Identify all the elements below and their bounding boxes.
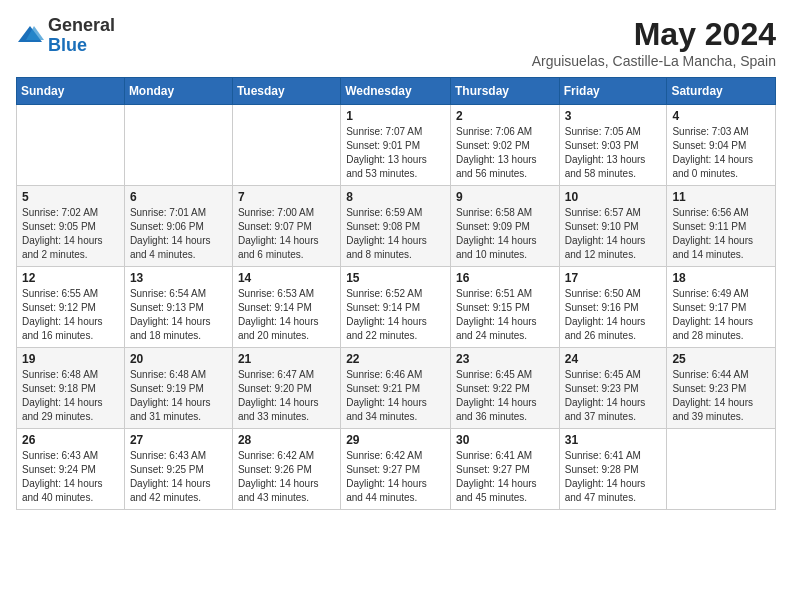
day-info: Sunrise: 6:43 AM Sunset: 9:25 PM Dayligh… <box>130 449 227 505</box>
day-info: Sunrise: 7:05 AM Sunset: 9:03 PM Dayligh… <box>565 125 662 181</box>
day-number: 11 <box>672 190 770 204</box>
day-info: Sunrise: 6:48 AM Sunset: 9:19 PM Dayligh… <box>130 368 227 424</box>
calendar-body: 1Sunrise: 7:07 AM Sunset: 9:01 PM Daylig… <box>17 105 776 510</box>
day-number: 25 <box>672 352 770 366</box>
calendar-day-cell: 12Sunrise: 6:55 AM Sunset: 9:12 PM Dayli… <box>17 267 125 348</box>
day-info: Sunrise: 6:59 AM Sunset: 9:08 PM Dayligh… <box>346 206 445 262</box>
day-info: Sunrise: 6:48 AM Sunset: 9:18 PM Dayligh… <box>22 368 119 424</box>
day-number: 10 <box>565 190 662 204</box>
day-info: Sunrise: 6:45 AM Sunset: 9:22 PM Dayligh… <box>456 368 554 424</box>
calendar-week-row: 5Sunrise: 7:02 AM Sunset: 9:05 PM Daylig… <box>17 186 776 267</box>
calendar-day-cell: 18Sunrise: 6:49 AM Sunset: 9:17 PM Dayli… <box>667 267 776 348</box>
day-number: 23 <box>456 352 554 366</box>
day-number: 28 <box>238 433 335 447</box>
calendar-day-cell: 23Sunrise: 6:45 AM Sunset: 9:22 PM Dayli… <box>450 348 559 429</box>
day-number: 19 <box>22 352 119 366</box>
logo-blue: Blue <box>48 36 115 56</box>
day-info: Sunrise: 6:52 AM Sunset: 9:14 PM Dayligh… <box>346 287 445 343</box>
day-number: 13 <box>130 271 227 285</box>
calendar-day-cell: 24Sunrise: 6:45 AM Sunset: 9:23 PM Dayli… <box>559 348 667 429</box>
calendar-week-row: 1Sunrise: 7:07 AM Sunset: 9:01 PM Daylig… <box>17 105 776 186</box>
weekday-row: SundayMondayTuesdayWednesdayThursdayFrid… <box>17 78 776 105</box>
day-number: 18 <box>672 271 770 285</box>
calendar-day-cell <box>17 105 125 186</box>
day-number: 16 <box>456 271 554 285</box>
day-number: 12 <box>22 271 119 285</box>
calendar-week-row: 12Sunrise: 6:55 AM Sunset: 9:12 PM Dayli… <box>17 267 776 348</box>
day-info: Sunrise: 6:42 AM Sunset: 9:27 PM Dayligh… <box>346 449 445 505</box>
calendar-week-row: 19Sunrise: 6:48 AM Sunset: 9:18 PM Dayli… <box>17 348 776 429</box>
day-number: 24 <box>565 352 662 366</box>
day-number: 31 <box>565 433 662 447</box>
day-number: 15 <box>346 271 445 285</box>
day-info: Sunrise: 6:51 AM Sunset: 9:15 PM Dayligh… <box>456 287 554 343</box>
calendar-day-cell: 17Sunrise: 6:50 AM Sunset: 9:16 PM Dayli… <box>559 267 667 348</box>
day-number: 6 <box>130 190 227 204</box>
day-number: 14 <box>238 271 335 285</box>
calendar-day-cell: 2Sunrise: 7:06 AM Sunset: 9:02 PM Daylig… <box>450 105 559 186</box>
day-info: Sunrise: 6:50 AM Sunset: 9:16 PM Dayligh… <box>565 287 662 343</box>
day-number: 7 <box>238 190 335 204</box>
day-info: Sunrise: 6:57 AM Sunset: 9:10 PM Dayligh… <box>565 206 662 262</box>
location-title: Arguisuelas, Castille-La Mancha, Spain <box>532 53 776 69</box>
calendar-day-cell: 13Sunrise: 6:54 AM Sunset: 9:13 PM Dayli… <box>124 267 232 348</box>
calendar-day-cell: 29Sunrise: 6:42 AM Sunset: 9:27 PM Dayli… <box>341 429 451 510</box>
calendar-day-cell: 20Sunrise: 6:48 AM Sunset: 9:19 PM Dayli… <box>124 348 232 429</box>
calendar-day-cell: 15Sunrise: 6:52 AM Sunset: 9:14 PM Dayli… <box>341 267 451 348</box>
day-info: Sunrise: 6:56 AM Sunset: 9:11 PM Dayligh… <box>672 206 770 262</box>
calendar-day-cell: 27Sunrise: 6:43 AM Sunset: 9:25 PM Dayli… <box>124 429 232 510</box>
calendar-day-cell: 26Sunrise: 6:43 AM Sunset: 9:24 PM Dayli… <box>17 429 125 510</box>
title-block: May 2024 Arguisuelas, Castille-La Mancha… <box>532 16 776 69</box>
day-number: 17 <box>565 271 662 285</box>
calendar-day-cell: 6Sunrise: 7:01 AM Sunset: 9:06 PM Daylig… <box>124 186 232 267</box>
calendar-day-cell: 30Sunrise: 6:41 AM Sunset: 9:27 PM Dayli… <box>450 429 559 510</box>
logo: General Blue <box>16 16 115 56</box>
calendar-day-cell: 25Sunrise: 6:44 AM Sunset: 9:23 PM Dayli… <box>667 348 776 429</box>
month-title: May 2024 <box>532 16 776 53</box>
calendar-day-cell <box>232 105 340 186</box>
calendar-day-cell: 4Sunrise: 7:03 AM Sunset: 9:04 PM Daylig… <box>667 105 776 186</box>
day-info: Sunrise: 6:43 AM Sunset: 9:24 PM Dayligh… <box>22 449 119 505</box>
day-number: 20 <box>130 352 227 366</box>
calendar-day-cell: 3Sunrise: 7:05 AM Sunset: 9:03 PM Daylig… <box>559 105 667 186</box>
weekday-header: Monday <box>124 78 232 105</box>
calendar-day-cell: 10Sunrise: 6:57 AM Sunset: 9:10 PM Dayli… <box>559 186 667 267</box>
calendar-day-cell: 28Sunrise: 6:42 AM Sunset: 9:26 PM Dayli… <box>232 429 340 510</box>
day-info: Sunrise: 6:46 AM Sunset: 9:21 PM Dayligh… <box>346 368 445 424</box>
calendar-day-cell: 22Sunrise: 6:46 AM Sunset: 9:21 PM Dayli… <box>341 348 451 429</box>
day-info: Sunrise: 6:58 AM Sunset: 9:09 PM Dayligh… <box>456 206 554 262</box>
day-info: Sunrise: 6:53 AM Sunset: 9:14 PM Dayligh… <box>238 287 335 343</box>
day-number: 21 <box>238 352 335 366</box>
day-info: Sunrise: 6:44 AM Sunset: 9:23 PM Dayligh… <box>672 368 770 424</box>
calendar-day-cell: 19Sunrise: 6:48 AM Sunset: 9:18 PM Dayli… <box>17 348 125 429</box>
calendar-day-cell: 21Sunrise: 6:47 AM Sunset: 9:20 PM Dayli… <box>232 348 340 429</box>
logo-text: General Blue <box>48 16 115 56</box>
day-number: 1 <box>346 109 445 123</box>
day-number: 26 <box>22 433 119 447</box>
day-number: 9 <box>456 190 554 204</box>
day-number: 8 <box>346 190 445 204</box>
day-info: Sunrise: 7:02 AM Sunset: 9:05 PM Dayligh… <box>22 206 119 262</box>
day-number: 5 <box>22 190 119 204</box>
weekday-header: Friday <box>559 78 667 105</box>
weekday-header: Thursday <box>450 78 559 105</box>
day-info: Sunrise: 6:41 AM Sunset: 9:28 PM Dayligh… <box>565 449 662 505</box>
day-number: 29 <box>346 433 445 447</box>
day-info: Sunrise: 7:07 AM Sunset: 9:01 PM Dayligh… <box>346 125 445 181</box>
calendar-day-cell: 31Sunrise: 6:41 AM Sunset: 9:28 PM Dayli… <box>559 429 667 510</box>
calendar-day-cell: 5Sunrise: 7:02 AM Sunset: 9:05 PM Daylig… <box>17 186 125 267</box>
day-info: Sunrise: 6:49 AM Sunset: 9:17 PM Dayligh… <box>672 287 770 343</box>
logo-icon <box>16 22 44 50</box>
day-info: Sunrise: 7:06 AM Sunset: 9:02 PM Dayligh… <box>456 125 554 181</box>
day-info: Sunrise: 6:41 AM Sunset: 9:27 PM Dayligh… <box>456 449 554 505</box>
day-number: 22 <box>346 352 445 366</box>
day-info: Sunrise: 6:55 AM Sunset: 9:12 PM Dayligh… <box>22 287 119 343</box>
day-info: Sunrise: 7:00 AM Sunset: 9:07 PM Dayligh… <box>238 206 335 262</box>
day-number: 3 <box>565 109 662 123</box>
day-info: Sunrise: 6:42 AM Sunset: 9:26 PM Dayligh… <box>238 449 335 505</box>
day-info: Sunrise: 6:45 AM Sunset: 9:23 PM Dayligh… <box>565 368 662 424</box>
day-info: Sunrise: 6:54 AM Sunset: 9:13 PM Dayligh… <box>130 287 227 343</box>
calendar-day-cell: 11Sunrise: 6:56 AM Sunset: 9:11 PM Dayli… <box>667 186 776 267</box>
calendar-header: SundayMondayTuesdayWednesdayThursdayFrid… <box>17 78 776 105</box>
calendar-week-row: 26Sunrise: 6:43 AM Sunset: 9:24 PM Dayli… <box>17 429 776 510</box>
